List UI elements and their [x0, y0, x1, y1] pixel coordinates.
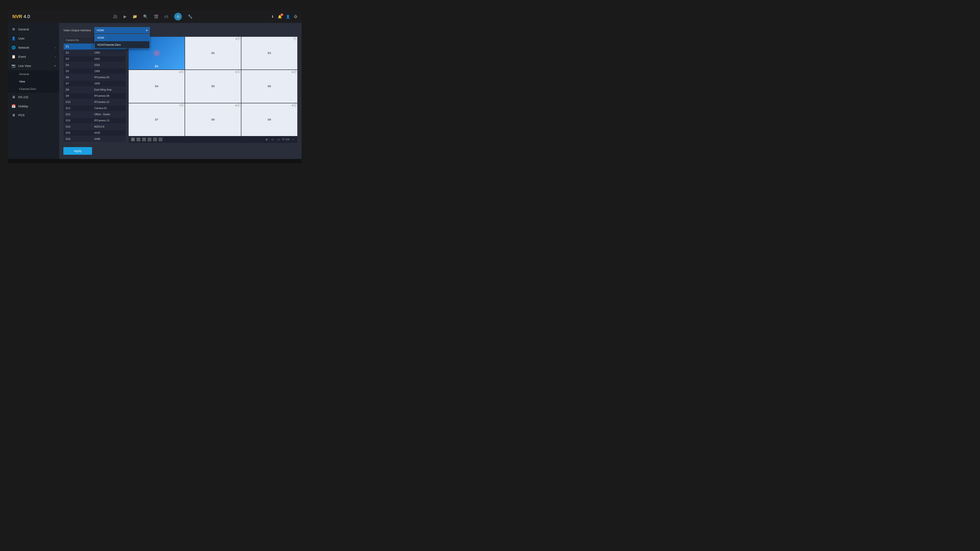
- grid-cell-label: D9: [268, 118, 271, 121]
- dropdown-item-vga[interactable]: VGA/Channel-Zero: [95, 41, 150, 48]
- grid-cell-close-btn[interactable]: ✕: [237, 104, 240, 107]
- grid-cell-9[interactable]: 9✕D9: [241, 103, 298, 136]
- event-icon: 📋: [11, 55, 16, 59]
- table-row[interactable]: D72455: [64, 81, 126, 87]
- topbar-icon-search[interactable]: 🔍: [143, 14, 148, 19]
- sidebar-sub-view[interactable]: View: [8, 78, 59, 85]
- dropdown-item-hdmi[interactable]: HDMI: [95, 34, 150, 41]
- grid-cell-close-btn[interactable]: ✕: [293, 104, 296, 107]
- grid-cell-close-btn[interactable]: ✕: [293, 70, 296, 73]
- topbar-icon-live[interactable]: 🎥: [113, 14, 118, 19]
- table-row[interactable]: D22385: [64, 50, 126, 56]
- sub-label-view: View: [19, 80, 25, 83]
- table-row[interactable]: D154A25: [64, 130, 126, 136]
- camera-name: 2385: [92, 68, 126, 75]
- camera-num: D12: [64, 111, 92, 118]
- grid-cell-close-btn[interactable]: ✕: [237, 70, 240, 73]
- camera-num: D11: [64, 105, 92, 111]
- grid-cell-close-btn[interactable]: ✕: [181, 104, 184, 107]
- grid-cell-label: D4: [155, 85, 158, 88]
- sub-label-channel-zero: Channel-Zero: [19, 87, 36, 91]
- grid-layout-icons: [131, 137, 163, 141]
- table-row[interactable]: D12Office - Desks: [64, 111, 126, 118]
- voi-select[interactable]: HDMI ▼: [94, 27, 150, 33]
- voi-select-wrapper: HDMI ▼ HDMI VGA/Channel-Zero: [94, 27, 150, 33]
- power-icon[interactable]: ⏻: [294, 15, 298, 19]
- grid-cell-5[interactable]: 5✕D5: [185, 70, 241, 103]
- grid-cell-6[interactable]: 6✕D6: [241, 70, 298, 103]
- grid-cell-2[interactable]: 3✕D2: [185, 37, 241, 70]
- camera-name: IPCamera 06: [92, 75, 126, 81]
- sidebar-item-pos[interactable]: 🖥 POS: [8, 111, 59, 120]
- table-row[interactable]: D11Camera 01: [64, 105, 126, 111]
- grid-layout-12[interactable]: [158, 137, 163, 141]
- user-icon-sidebar: 👤: [11, 37, 16, 40]
- camera-name: Office - Desks: [92, 111, 126, 118]
- grid-cell-close-btn[interactable]: ✕: [181, 70, 184, 73]
- apply-button[interactable]: Apply: [64, 147, 92, 155]
- topbar: NVR 4.0 🎥 ▶ 📁 🔍 🎬 🗃 ⚙ 🔧 ⬇ 🔔 8 👤 ⏻: [8, 10, 302, 23]
- camera-num: D3: [64, 56, 92, 62]
- grid-layout-4[interactable]: [136, 137, 141, 141]
- network-arrow: ›: [55, 46, 56, 49]
- camera-num: D14: [64, 124, 92, 130]
- grid-cell-3[interactable]: ✕D3: [241, 37, 298, 70]
- grid-cell-close-btn[interactable]: ✕: [293, 37, 296, 40]
- table-scrollbar[interactable]: [64, 143, 126, 143]
- table-row[interactable]: D10IPCamera 10: [64, 99, 126, 105]
- sidebar-sub-general[interactable]: General: [8, 70, 59, 78]
- sidebar-label-holiday: Holiday: [18, 105, 28, 108]
- sidebar-item-network[interactable]: 🌐 Network ›: [8, 43, 59, 52]
- sidebar: ⚙ General 👤 User 🌐 Network › 📋 Event › 📷…: [8, 23, 59, 159]
- camera-name: M2014-E: [92, 124, 126, 130]
- topbar-icon-settings-active[interactable]: ⚙: [174, 13, 182, 21]
- sidebar-item-user[interactable]: 👤 User: [8, 34, 59, 43]
- grid-cell-7[interactable]: 7✕D7: [129, 103, 185, 136]
- topbar-icon-files[interactable]: 📁: [132, 14, 137, 19]
- camera-num: D10: [64, 99, 92, 105]
- grid-ctrl-forward[interactable]: ›: [291, 138, 295, 141]
- table-row[interactable]: D13IPCamera 13: [64, 118, 126, 124]
- grid-cell-num: 9: [292, 104, 293, 107]
- table-row[interactable]: D14M2014-E: [64, 124, 126, 130]
- table-row[interactable]: D9IPCamera 09: [64, 93, 126, 99]
- sidebar-item-holiday[interactable]: 📅 Holiday: [8, 102, 59, 111]
- sidebar-item-general[interactable]: ⚙ General: [8, 25, 59, 34]
- sidebar-label-general: General: [18, 28, 29, 31]
- table-row[interactable]: D42532: [64, 62, 126, 68]
- topbar-icon-storage[interactable]: 🗃: [164, 14, 168, 19]
- table-row[interactable]: D32432: [64, 56, 126, 62]
- grid-layout-6[interactable]: [142, 137, 146, 141]
- topbar-icon-tools[interactable]: 🔧: [188, 14, 192, 19]
- grid-layout-1[interactable]: [131, 137, 135, 141]
- grid-ctrl-prev[interactable]: ⇦: [271, 138, 275, 141]
- grid-cell-8[interactable]: 8✕D8: [185, 103, 241, 136]
- sidebar-sub-channel-zero[interactable]: Channel-Zero: [8, 85, 59, 93]
- table-row[interactable]: D8East Wing 4mp: [64, 87, 126, 93]
- col-camera-no: Camera No.: [64, 37, 92, 44]
- user-icon[interactable]: 👤: [286, 15, 290, 19]
- grid-ctrl-next[interactable]: ⇨: [277, 138, 280, 141]
- sidebar-item-event[interactable]: 📋 Event ›: [8, 52, 59, 61]
- event-arrow: ›: [55, 56, 56, 58]
- topbar-icon-playback[interactable]: ▶: [124, 14, 127, 19]
- table-row[interactable]: D52385: [64, 68, 126, 75]
- grid-cell-close-btn[interactable]: ✕: [237, 37, 240, 40]
- sidebar-label-user: User: [18, 37, 25, 40]
- grid-ctrl-zoom[interactable]: ⊕: [265, 138, 269, 141]
- grid-layout-9[interactable]: [153, 137, 157, 141]
- main-content: ⚙ General 👤 User 🌐 Network › 📋 Event › 📷…: [8, 23, 302, 159]
- grid-layout-8[interactable]: [147, 137, 152, 141]
- pos-icon: 🖥: [11, 113, 16, 117]
- notifications-icon[interactable]: 🔔 8: [278, 15, 282, 19]
- download-icon[interactable]: ⬇: [271, 15, 274, 19]
- camera-table-wrap: Camera No. Camera Name D12442D22385D3243…: [64, 37, 126, 143]
- table-row[interactable]: D164A85: [64, 136, 126, 142]
- sidebar-item-liveview[interactable]: 📷 Live View ∨: [8, 61, 59, 70]
- topbar-icons: 🎥 ▶ 📁 🔍 🎬 🗃 ⚙ 🔧: [41, 13, 265, 21]
- grid-cell-4[interactable]: 4✕D4: [129, 70, 185, 103]
- camera-num: D4: [64, 62, 92, 68]
- topbar-icon-camera[interactable]: 🎬: [154, 14, 158, 19]
- table-row[interactable]: D6IPCamera 06: [64, 75, 126, 81]
- sidebar-item-rs232[interactable]: 🖥 RS-232: [8, 93, 59, 102]
